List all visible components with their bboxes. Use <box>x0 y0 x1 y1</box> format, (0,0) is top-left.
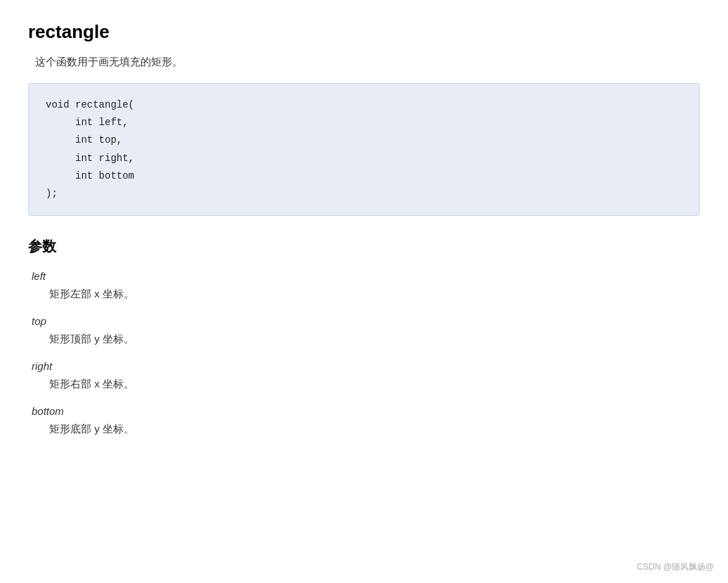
params-section-title: 参数 <box>28 237 700 256</box>
param-name: left <box>32 270 700 282</box>
param-description: 矩形底部 y 坐标。 <box>49 423 700 436</box>
param-description: 矩形顶部 y 坐标。 <box>49 333 700 346</box>
watermark: CSDN @随风飘扬@ <box>637 561 714 573</box>
page-description: 这个函数用于画无填充的矩形。 <box>35 56 700 69</box>
page-title: rectangle <box>28 21 700 43</box>
param-name: right <box>32 360 700 372</box>
param-description: 矩形右部 x 坐标。 <box>49 378 700 391</box>
params-list: left矩形左部 x 坐标。top矩形顶部 y 坐标。right矩形右部 x 坐… <box>28 270 700 436</box>
param-name: bottom <box>32 405 700 417</box>
param-name: top <box>32 315 700 327</box>
code-content: void rectangle( int left, int top, int r… <box>46 96 682 203</box>
param-description: 矩形左部 x 坐标。 <box>49 288 700 301</box>
code-block: void rectangle( int left, int top, int r… <box>28 83 700 216</box>
